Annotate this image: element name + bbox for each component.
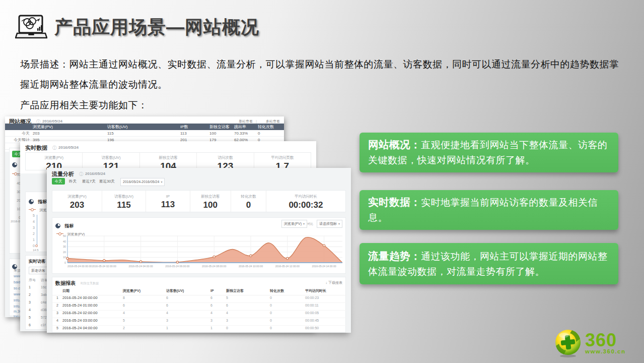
single-site-view-link[interactable]: 单站查看 — [239, 119, 253, 124]
svg-text:2016-05-24 02:00:00: 2016-05-24 02:00:00 — [92, 265, 116, 268]
y-axis-line — [37, 215, 37, 246]
svg-text:10: 10 — [63, 256, 66, 259]
svg-text:2016-05-24 04:00:00: 2016-05-24 04:00:00 — [129, 265, 153, 268]
tab-last30days[interactable]: 最近30天 — [99, 179, 115, 184]
metric-pie-icon — [29, 199, 34, 204]
page-title: 产品应用场景—网站概况 — [54, 15, 259, 40]
cell: 6 — [166, 295, 168, 300]
metric-select[interactable]: 浏览量(PV)▾ — [281, 220, 307, 228]
svg-text:30: 30 — [63, 245, 66, 248]
panel-date: 2016/05/24 — [85, 171, 105, 176]
tab-yesterday[interactable]: 昨天 — [69, 179, 77, 184]
callout-title: 流量趋势： — [368, 250, 421, 262]
y-tick: 50 — [10, 172, 21, 177]
overview-table-header: 浏览量(PV) 访客数(UV) IP数 新独立访客 跳出率 转化次数 — [5, 124, 284, 130]
stat-label: 平均访问时长 — [266, 194, 345, 199]
visitor-row-no: 2 — [29, 292, 31, 297]
stat-label: 访问次数 — [197, 155, 253, 160]
cell: 4 — [226, 311, 228, 315]
report-title: 数据报表 — [55, 280, 76, 287]
tab-last7days[interactable]: 最近7天 — [82, 179, 96, 184]
stat-label: IP — [146, 194, 189, 199]
stat-cell: 转化次数 0 — [231, 191, 266, 212]
visitor-type-button[interactable]: 新老访客 — [29, 267, 48, 274]
svg-text:0: 0 — [64, 261, 66, 264]
cell: 00:00:45 — [305, 318, 319, 323]
panel-title: 实时数据 — [25, 144, 47, 152]
tab-today[interactable]: 今天 — [52, 178, 65, 185]
stat-label: 新独立访客 — [140, 155, 196, 160]
cell: 00:00:05 — [305, 311, 319, 315]
compare-select[interactable]: 请选择指标▾ — [317, 220, 342, 228]
cell: 0 — [258, 130, 260, 137]
cell: 2016-05-24 04:00:00 — [62, 326, 98, 330]
stat-label: 新独立访客 — [190, 194, 231, 199]
analysis-chart-card: 指标 浏览量(PV)▾ 对比 请选择指标▾ 浏览量(PV) 0102030405… — [52, 217, 346, 274]
multi-site-view-link[interactable]: 多站查看 — [266, 119, 280, 124]
col-header: 访客数(UV) — [166, 288, 184, 293]
visitor-row: c4e — [41, 300, 46, 305]
cell: 5 — [56, 326, 58, 330]
visitor-row: d36 — [41, 308, 47, 312]
visitor-row-no: 6 — [29, 323, 31, 327]
date-range-value: 2016/05/24-2016/05/24 — [123, 180, 159, 184]
y-tick: 1 — [28, 237, 35, 242]
cell: 2016-05-24 02:00:00 — [62, 311, 98, 315]
cell: 1 — [166, 326, 168, 330]
cell: 3 — [166, 318, 168, 323]
report-row: 4 2016-05-24 03:00:00 5 3 3 3 0 00:00:45 — [52, 318, 346, 326]
cell: 00:00:50 — [305, 326, 319, 330]
callout-website-overview: 网站概况：直观便捷地看到网站当下整体流量、访客的关键数据，快速对网站情况有所了解… — [360, 133, 618, 172]
y-tick: 20 — [10, 198, 21, 203]
visitor-row-no: 1 — [29, 285, 31, 289]
laptop-analytics-icon — [15, 14, 47, 44]
cell: 0 — [270, 311, 272, 315]
stat-cell: 新独立访客 104 — [140, 153, 197, 170]
cell: 2016-05-24 01:00:00 — [62, 303, 98, 308]
pv-trend-area-chart: 010203040502016-05-24 00:00:002016-05-24… — [53, 233, 345, 272]
col-no: 序号 — [29, 278, 36, 282]
cell: 00:00:23 — [305, 295, 319, 300]
stat-label: 平均访问页数 — [254, 155, 311, 160]
cell: 3 — [56, 311, 58, 315]
cell: 6 — [210, 303, 212, 308]
info-icon: ⓘ — [79, 171, 83, 177]
link-separator: | — [256, 119, 257, 124]
metric-select-value: 浏览量(PV) — [284, 222, 302, 225]
cell: 3 — [226, 318, 228, 323]
y-tick: 3 — [28, 225, 35, 230]
table-row: 今天 203 115 113 100 70.33% 0 — [5, 130, 284, 137]
y-tick: 10 — [10, 207, 21, 211]
chevron-down-icon: ▾ — [338, 222, 340, 225]
col-header: 平均访问时长 — [305, 288, 326, 293]
callout-title: 实时数据： — [368, 196, 421, 208]
stat-value: 100 — [190, 200, 231, 210]
cell: 2 — [123, 326, 125, 330]
report-row: 5 2016-05-24 04:00:00 2 1 1 0 0 00:00:50 — [52, 326, 346, 333]
y-tick: 0 — [10, 215, 21, 220]
date-range-select[interactable]: 2016/05/24-2016/05/24▾ — [120, 178, 165, 186]
y-tick: 30 — [10, 190, 21, 194]
stat-value: 00:00:32 — [266, 200, 345, 210]
cell: 6 — [226, 303, 228, 308]
data-report-card: 数据报表 时段交叉数据 ↓ 下载报表 日期 浏览量(PV) 访客数(UV) IP… — [52, 277, 346, 333]
info-icon: ⓘ — [52, 145, 56, 151]
metric-pie-icon — [12, 162, 17, 167]
y-tick: 0 — [28, 244, 35, 248]
visitor-row-no: 5 — [29, 315, 31, 320]
col-bounce: 跳出率 — [234, 124, 246, 130]
cell: 6 — [210, 295, 212, 300]
svg-text:2016-05-24 00:00:00: 2016-05-24 00:00:00 — [67, 265, 92, 268]
download-report-link[interactable]: ↓ 下载报表 — [326, 280, 342, 285]
y-tick: 4 — [28, 219, 35, 224]
stat-cell: 访客数(UV) 115 — [102, 191, 146, 212]
cell: 4 — [166, 311, 168, 315]
cell: 4 — [56, 318, 58, 323]
panel-date: 2016/05/24 — [42, 119, 62, 124]
cell: 203 — [33, 130, 39, 137]
cell: 5 — [123, 318, 125, 323]
stat-value: 115 — [102, 200, 146, 210]
svg-text:2016-05-24 14:00:00: 2016-05-24 14:00:00 — [312, 265, 336, 268]
stat-label: 转化次数 — [231, 194, 266, 199]
callout-title: 网站概况： — [368, 139, 421, 150]
